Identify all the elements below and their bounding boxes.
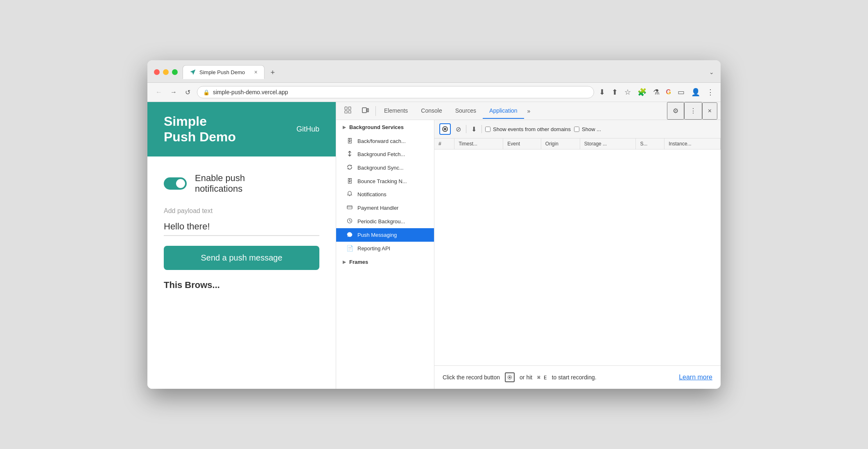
payment-handler-icon <box>346 204 353 211</box>
extensions-icon[interactable]: 🧩 <box>637 88 646 97</box>
sidebar-item-bounce-tracking[interactable]: 🗄 Bounce Tracking N... <box>336 175 434 188</box>
payload-input[interactable] <box>164 218 319 236</box>
new-tab-button[interactable]: + <box>266 66 279 79</box>
sidebar-icon[interactable]: ▭ <box>678 88 685 97</box>
device-toolbar-button[interactable] <box>357 102 374 120</box>
labs-icon[interactable]: ⚗ <box>653 88 660 97</box>
devtools-content: ▶ Background Services 🗄 Back/forward cac… <box>336 120 721 389</box>
show-checkbox-label[interactable]: Show ... <box>574 126 601 132</box>
reload-button[interactable]: ↺ <box>183 87 192 98</box>
events-table: # Timest... Event Origin Storage ... S..… <box>434 138 721 150</box>
sidebar-item-label: Notifications <box>357 191 387 197</box>
selector-icon <box>344 107 352 114</box>
sidebar-item-push-messaging[interactable]: Push Messaging <box>336 228 434 242</box>
payload-section: Add payload text <box>164 207 319 236</box>
devtools-settings-button[interactable]: ⚙ <box>667 102 684 120</box>
devtools-record-toolbar: ⊘ ⬇ Show events from other domains Show … <box>434 120 721 138</box>
window-controls <box>154 69 178 75</box>
learn-more-link[interactable]: Learn more <box>679 374 712 381</box>
table-header-row: # Timest... Event Origin Storage ... S..… <box>434 138 721 150</box>
toggle-row: Enable pushnotifications <box>164 173 319 194</box>
tab-favicon-icon <box>190 69 196 75</box>
show-events-checkbox-label[interactable]: Show events from other domains <box>485 126 571 132</box>
sidebar-item-periodic-background[interactable]: Periodic Backgrou... <box>336 215 434 228</box>
browser-window: Simple Push Demo × + ⌄ ← → ↺ 🔒 simple-pu… <box>147 60 721 389</box>
backforward-icon: 🗄 <box>346 138 353 144</box>
active-tab[interactable]: Simple Push Demo × <box>183 65 264 79</box>
status-to-text: to start recording. <box>552 374 597 381</box>
maximize-button[interactable] <box>172 69 178 75</box>
col-origin: Origin <box>541 138 580 150</box>
address-text: simple-push-demo.vercel.app <box>213 89 288 95</box>
window-menu-icon[interactable]: ⌄ <box>709 69 714 75</box>
toggle-label: Enable pushnotifications <box>195 173 245 194</box>
sidebar-item-label: Payment Handler <box>357 205 398 211</box>
sidebar-item-label: Back/forward cach... <box>357 138 406 144</box>
col-timestamp: Timest... <box>454 138 503 150</box>
devtools-panel: Elements Console Sources Application » ⚙… <box>336 102 721 389</box>
svg-rect-3 <box>348 111 351 113</box>
sidebar-item-backforward[interactable]: 🗄 Back/forward cach... <box>336 134 434 147</box>
sidebar-item-label: Reporting API <box>357 245 390 252</box>
tab-elements[interactable]: Elements <box>377 103 414 119</box>
close-button[interactable] <box>154 69 160 75</box>
minimize-button[interactable] <box>163 69 169 75</box>
menu-icon[interactable]: ⋮ <box>707 88 714 97</box>
devtools-status-bar: Click the record button or hit ⌘ E to st… <box>434 365 721 389</box>
devtools-table: # Timest... Event Origin Storage ... S..… <box>434 138 721 365</box>
tab-more-button[interactable]: » <box>524 104 534 118</box>
devtools-more-options-button[interactable]: ⋮ <box>684 102 702 120</box>
download-button[interactable]: ⬇ <box>470 124 478 135</box>
col-storage: Storage ... <box>580 138 636 150</box>
back-button[interactable]: ← <box>154 87 164 98</box>
payload-label: Add payload text <box>164 207 319 215</box>
clear-button[interactable]: ⊘ <box>454 124 463 135</box>
tab-application[interactable]: Application <box>483 103 524 119</box>
sidebar-item-label: Background Sync... <box>357 165 404 171</box>
sidebar-item-label: Periodic Backgrou... <box>357 218 405 224</box>
toolbar-separator <box>466 125 466 133</box>
svg-rect-6 <box>347 206 352 209</box>
show-checkbox[interactable] <box>574 127 579 132</box>
push-notifications-toggle[interactable] <box>164 177 187 190</box>
sidebar-item-payment-handler[interactable]: Payment Handler <box>336 201 434 215</box>
tab-close-button[interactable]: × <box>254 69 258 75</box>
send-push-button[interactable]: Send a push message <box>164 246 319 270</box>
devtools-tab-bar: Elements Console Sources Application » ⚙… <box>336 102 721 120</box>
sidebar-item-reporting-api[interactable]: 📄 Reporting API <box>336 242 434 255</box>
sidebar-item-background-fetch[interactable]: Background Fetch... <box>336 147 434 161</box>
record-button[interactable] <box>439 123 451 135</box>
site-header: Simple Push Demo GitHub <box>147 102 336 156</box>
lock-icon: 🔒 <box>203 89 210 95</box>
svg-rect-1 <box>348 107 351 109</box>
devtools-close-button[interactable]: × <box>702 102 717 120</box>
sidebar-item-label: Push Messaging <box>357 232 397 238</box>
forward-button[interactable]: → <box>169 87 179 98</box>
frames-header[interactable]: ▶ Frames <box>336 255 434 269</box>
this-browser-label: This Brows... <box>164 280 319 290</box>
browser-toolbar-icons: ⬇ ⬆ ☆ 🧩 ⚗ G ▭ 👤 ⋮ <box>599 88 714 97</box>
address-input[interactable]: 🔒 simple-push-demo.vercel.app <box>197 86 594 98</box>
tab-console[interactable]: Console <box>414 103 448 119</box>
periodic-background-icon <box>346 218 353 225</box>
profile-icon[interactable]: 👤 <box>691 88 700 97</box>
sidebar-item-background-sync[interactable]: Background Sync... <box>336 161 434 175</box>
sidebar-item-label: Bounce Tracking N... <box>357 178 407 184</box>
status-shortcut: ⌘ E <box>537 374 547 381</box>
tab-title: Simple Push Demo <box>199 69 245 75</box>
site-body: Enable pushnotifications Add payload tex… <box>147 156 336 389</box>
tab-sources[interactable]: Sources <box>449 103 483 119</box>
status-or-text: or hit <box>520 374 532 381</box>
sidebar-item-notifications[interactable]: Notifications <box>336 188 434 201</box>
notifications-icon <box>346 191 353 198</box>
show-events-checkbox[interactable] <box>485 127 491 132</box>
download-icon[interactable]: ⬇ <box>599 88 605 97</box>
bookmark-icon[interactable]: ☆ <box>624 88 631 97</box>
background-services-header[interactable]: ▶ Background Services <box>336 120 434 134</box>
github-link[interactable]: GitHub <box>296 125 319 134</box>
google-icon: G <box>666 88 671 96</box>
share-icon[interactable]: ⬆ <box>612 88 618 97</box>
sidebar-item-label: Background Fetch... <box>357 151 405 157</box>
selector-tool-button[interactable] <box>339 102 357 120</box>
svg-rect-2 <box>345 111 347 113</box>
